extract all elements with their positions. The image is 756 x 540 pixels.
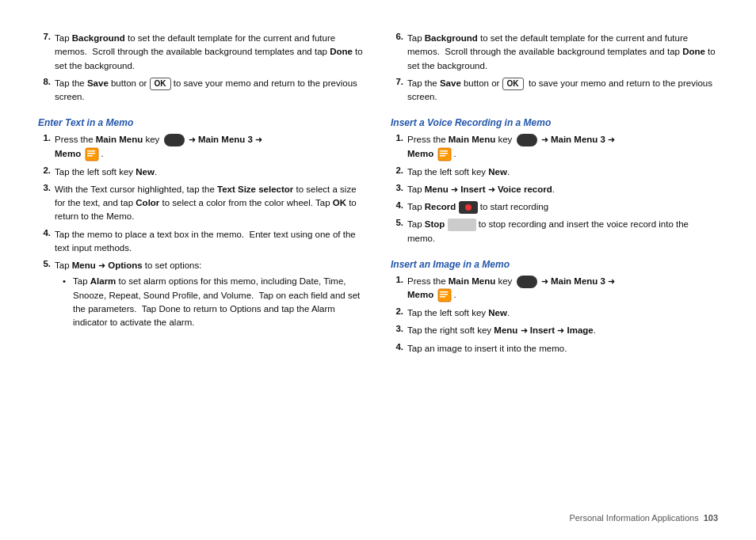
svg-rect-11 (440, 296, 445, 298)
record-button-icon (459, 201, 478, 214)
ok-button-icon: OK (150, 78, 171, 90)
item-content: Tap the right soft key Menu ➜ Insert ➜ I… (407, 324, 718, 337)
right-column: 6. Tap Background to set the default tem… (391, 32, 718, 516)
item-content: Tap Menu ➜ Options to set options: • Tap… (55, 259, 365, 332)
right-s1-item-3: 3. Tap Menu ➜ Insert ➜ Voice record. (391, 183, 718, 196)
bold-main-menu: Main Menu (96, 135, 143, 144)
svg-rect-5 (440, 150, 448, 152)
bold-background: Background (425, 33, 478, 43)
item-content: Press the Main Menu key ➜ Main Menu 3 ➜ … (407, 133, 718, 161)
bullet-list: • Tap Alarm to set alarm options for thi… (63, 275, 365, 329)
main-menu-key-icon (517, 134, 537, 146)
bold-memo: Memo (407, 290, 433, 299)
bold-ok: OK (333, 198, 346, 207)
item-content: Tap the left soft key New. (407, 165, 718, 179)
right-s1-item-2: 2. Tap the left soft key New. (391, 165, 718, 179)
item-content: Tap the left soft key New. (407, 306, 718, 320)
stop-button-icon (448, 219, 476, 231)
item-num: 3. (38, 183, 51, 192)
main-menu-key-icon (517, 276, 537, 288)
item-num: 1. (38, 133, 51, 143)
bold-new: New (488, 308, 507, 318)
bold-image: Image (567, 325, 593, 335)
item-content: Press the Main Menu key ➜ Main Menu 3 ➜ … (55, 133, 365, 161)
section-enter-text-title: Enter Text in a Memo (38, 117, 365, 128)
bold-insert: Insert (460, 184, 485, 194)
memo-icon (85, 147, 99, 162)
memo-icon (437, 288, 452, 302)
item-num: 7. (391, 77, 403, 86)
arrow-icon: ➜ (255, 135, 262, 144)
right-s1-item-5: 5. Tap Stop to stop recording and insert… (391, 218, 718, 245)
bold-menu: Menu (425, 184, 449, 194)
item-num: 8. (38, 77, 51, 86)
bold-memo: Memo (407, 149, 433, 158)
bold-background: Background (72, 33, 125, 43)
item-num: 5. (38, 259, 51, 268)
item-num: 1. (391, 133, 403, 143)
bold-save: Save (87, 78, 109, 88)
svg-rect-3 (87, 155, 93, 157)
left-s1-item-3: 3. With the Text cursor highlighted, tap… (38, 183, 365, 224)
svg-rect-9 (440, 291, 448, 293)
svg-rect-10 (440, 294, 448, 295)
item-num: 3. (391, 324, 403, 333)
bold-menu: Menu (72, 260, 96, 270)
item-content: Tap Stop to stop recording and insert th… (407, 218, 718, 245)
footer-page: 103 (704, 513, 718, 523)
bullet-dot: • (63, 275, 69, 329)
item-num: 4. (391, 200, 403, 210)
section-insert-voice-title: Insert a Voice Recording in a Memo (391, 117, 718, 128)
right-s1-item-4: 4. Tap Record to start recording (391, 200, 718, 214)
section-insert-image-title: Insert an Image in a Memo (391, 259, 718, 270)
bold-main-menu: Main Menu (449, 135, 495, 144)
item-content: Tap an image to insert it into the memo. (407, 342, 718, 356)
left-item-8: 8. Tap the Save button or OK to save you… (38, 77, 365, 105)
item-num: 4. (38, 228, 51, 238)
memo-icon (437, 147, 452, 162)
item-content: Tap the memo to place a text box in the … (55, 228, 365, 256)
item-num: 2. (391, 306, 403, 316)
right-s2-item-4: 4. Tap an image to insert it into the me… (391, 342, 718, 356)
right-s2-item-3: 3. Tap the right soft key Menu ➜ Insert … (391, 324, 718, 337)
item-num: 3. (391, 183, 403, 192)
ok-button-icon: OK (502, 78, 524, 90)
right-item-6: 6. Tap Background to set the default tem… (391, 32, 718, 73)
record-dot-icon (465, 204, 472, 211)
bold-memo: Memo (55, 149, 81, 158)
left-column: 7. Tap Background to set the default tem… (38, 32, 365, 516)
item-num: 2. (391, 165, 403, 175)
svg-rect-6 (440, 153, 448, 154)
item-content: With the Text cursor highlighted, tap th… (55, 183, 365, 224)
footer-label: Personal Information Applications (569, 513, 698, 523)
item-content: Tap Background to set the default templa… (407, 32, 718, 73)
svg-rect-1 (87, 150, 95, 152)
arrow-icon: ➜ (189, 135, 196, 144)
bold-record: Record (425, 202, 456, 211)
left-s1-item-1: 1. Press the Main Menu key ➜ Main Menu 3… (38, 133, 365, 161)
item-num: 1. (391, 275, 403, 284)
bold-main-menu: Main Menu (449, 276, 495, 286)
item-num: 5. (391, 218, 403, 227)
right-s1-item-1: 1. Press the Main Menu key ➜ Main Menu 3… (391, 133, 718, 161)
right-item-7: 7. Tap the Save button or OK to save you… (391, 77, 718, 105)
svg-rect-4 (438, 148, 451, 161)
svg-rect-0 (86, 148, 98, 161)
bullet-item-alarm: • Tap Alarm to set alarm options for thi… (63, 275, 365, 329)
item-content: Tap the Save button or OK to save your m… (407, 77, 718, 105)
bold-stop: Stop (425, 219, 445, 229)
item-content: Press the Main Menu key ➜ Main Menu 3 ➜ … (407, 275, 718, 302)
left-s1-item-2: 2. Tap the left soft key New. (38, 165, 365, 179)
bold-new: New (136, 167, 155, 177)
svg-rect-2 (87, 153, 95, 154)
bold-new: New (488, 167, 507, 177)
left-s1-item-5: 5. Tap Menu ➜ Options to set options: • … (38, 259, 365, 332)
item-content: Tap Background to set the default templa… (55, 32, 365, 73)
item-num: 7. (38, 32, 51, 41)
bold-main-menu-3: Main Menu 3 (551, 276, 605, 286)
bold-alarm: Alarm (90, 276, 116, 286)
main-menu-key-icon (164, 134, 185, 146)
bullet-text: Tap Alarm to set alarm options for this … (73, 275, 365, 329)
right-s2-item-2: 2. Tap the left soft key New. (391, 306, 718, 320)
item-num: 4. (391, 342, 403, 352)
